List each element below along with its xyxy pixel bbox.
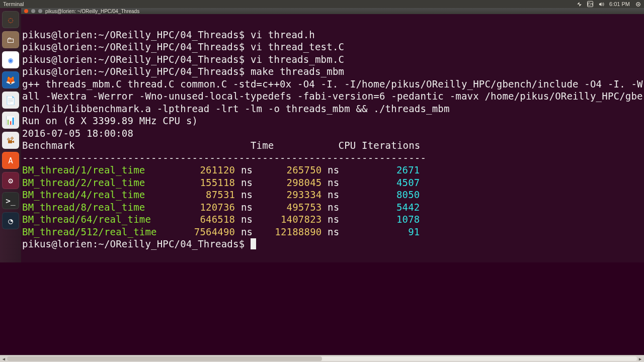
run-timestamp: 2016-07-05 18:00:08 — [22, 128, 133, 139]
scrollbar-track[interactable] — [7, 356, 637, 361]
bench-cpu-unit: ns — [328, 164, 339, 175]
maximize-icon[interactable] — [38, 9, 42, 13]
bench-iters: 8050 — [339, 189, 420, 201]
bench-unit: ns — [241, 214, 253, 225]
launcher-calc[interactable]: 📊 — [2, 112, 19, 129]
bench-name: BM_thread/2/real_time — [22, 176, 172, 189]
scroll-right-icon[interactable]: ▶ — [637, 356, 643, 361]
prompt: pikus@lorien:~/OReilly_HPC/04_Threads$ — [22, 29, 251, 40]
bench-name: BM_thread/1/real_time — [22, 164, 172, 176]
bench-time: 87531 — [172, 189, 235, 201]
bench-unit: ns — [241, 177, 253, 188]
bench-iters: 91 — [339, 226, 420, 238]
bench-iters: 1078 — [339, 213, 420, 226]
bench-name: BM_thread/512/real_time — [22, 226, 172, 238]
bench-cpu-unit: ns — [328, 214, 339, 225]
bench-iters: 2671 — [339, 164, 420, 176]
unity-launcher: ◌🗀◉🦊📄📊📽A⚙>_◔ — [0, 8, 21, 262]
bench-name: BM_thread/64/real_time — [22, 213, 172, 226]
launcher-chrome[interactable]: ◉ — [2, 51, 19, 68]
bench-iters: 4507 — [339, 176, 420, 189]
prompt: pikus@lorien:~/OReilly_HPC/04_Threads$ — [22, 66, 251, 77]
bench-cpu: 265750 — [253, 164, 321, 176]
command: vi threads_mbm.C — [251, 54, 344, 65]
bench-separator: ----------------------------------------… — [22, 152, 426, 163]
bench-time: 7564490 — [172, 226, 235, 238]
launcher-terminal[interactable]: >_ — [2, 192, 19, 209]
session-gear-icon[interactable] — [635, 1, 641, 7]
command: vi thread_test.C — [251, 41, 344, 52]
bench-cpu: 293334 — [253, 189, 321, 201]
launcher-firefox[interactable]: 🦊 — [2, 71, 19, 88]
bench-row: BM_thread/2/real_time155118 ns298045 ns4… — [22, 176, 644, 189]
bench-row: BM_thread/4/real_time87531 ns293334 ns80… — [22, 189, 644, 201]
top-menubar: Terminal En 6:01 PM — [0, 0, 644, 8]
command: make threads_mbm — [251, 66, 344, 77]
bench-row: BM_thread/1/real_time261120 ns265750 ns2… — [22, 164, 644, 176]
bench-unit: ns — [241, 189, 253, 200]
bench-cpu-unit: ns — [328, 177, 339, 188]
minimize-icon[interactable] — [31, 9, 35, 13]
launcher-writer[interactable]: 📄 — [2, 92, 19, 109]
launcher-software[interactable]: A — [2, 152, 19, 169]
command: vi thread.h — [251, 29, 315, 40]
bench-cpu-unit: ns — [328, 189, 339, 200]
bench-row: BM_thread/512/real_time7564490 ns1218889… — [22, 226, 644, 238]
scrollbar-thumb[interactable] — [7, 356, 322, 361]
launcher-settings[interactable]: ⚙ — [2, 172, 19, 189]
sound-icon[interactable] — [598, 1, 604, 7]
terminal-viewport[interactable]: pikus@lorien:~/OReilly_HPC/04_Threads$ v… — [21, 14, 644, 262]
window-titlebar[interactable]: pikus@lorien: ~/OReilly_HPC/04_Threads — [21, 8, 644, 14]
bench-row: BM_thread/64/real_time646518 ns1407823 n… — [22, 213, 644, 226]
launcher-files[interactable]: 🗀 — [2, 31, 19, 48]
bench-cpu: 12188890 — [253, 226, 321, 238]
prompt: pikus@lorien:~/OReilly_HPC/04_Threads$ — [22, 41, 251, 52]
launcher-dash[interactable]: ◌ — [2, 11, 19, 28]
bench-cpu: 1407823 — [253, 213, 321, 226]
bench-cpu-unit: ns — [328, 202, 339, 213]
prompt: pikus@lorien:~/OReilly_HPC/04_Threads$ — [22, 238, 251, 249]
network-icon[interactable] — [576, 1, 582, 7]
scroll-left-icon[interactable]: ◀ — [1, 356, 7, 361]
indicator-area: En 6:01 PM — [576, 1, 641, 7]
app-title: Terminal — [3, 1, 24, 7]
launcher-steam[interactable]: ◔ — [2, 212, 19, 229]
bench-unit: ns — [241, 226, 253, 237]
bench-cpu: 298045 — [253, 176, 321, 189]
close-icon[interactable] — [24, 9, 28, 13]
bench-iters: 5442 — [339, 201, 420, 214]
run-info: Run on (8 X 3399.89 MHz CPU s) — [22, 115, 198, 126]
svg-point-1 — [637, 4, 639, 5]
launcher-impress[interactable]: 📽 — [2, 132, 19, 149]
bench-unit: ns — [241, 202, 253, 213]
bench-time: 261120 — [172, 164, 235, 176]
bench-name: BM_thread/8/real_time — [22, 201, 172, 214]
bench-cpu-unit: ns — [328, 226, 339, 237]
bench-row: BM_thread/8/real_time120736 ns495753 ns5… — [22, 201, 644, 214]
bench-unit: ns — [241, 164, 253, 175]
bench-time: 120736 — [172, 201, 235, 214]
bench-cpu: 495753 — [253, 201, 321, 214]
bench-time: 155118 — [172, 176, 235, 189]
keyboard-indicator-icon[interactable]: En — [587, 1, 593, 7]
bench-header: Benchmark Time CPU Iterations — [22, 140, 420, 151]
compiler-output: g++ threads_mbm.C thread.C common.C -std… — [22, 78, 643, 114]
cursor — [251, 238, 256, 249]
window-title: pikus@lorien: ~/OReilly_HPC/04_Threads — [45, 9, 139, 14]
bench-time: 646518 — [172, 213, 235, 226]
clock[interactable]: 6:01 PM — [609, 1, 630, 7]
horizontal-scrollbar[interactable]: ◀ ▶ — [0, 355, 644, 362]
bench-name: BM_thread/4/real_time — [22, 189, 172, 201]
prompt: pikus@lorien:~/OReilly_HPC/04_Threads$ — [22, 54, 251, 65]
